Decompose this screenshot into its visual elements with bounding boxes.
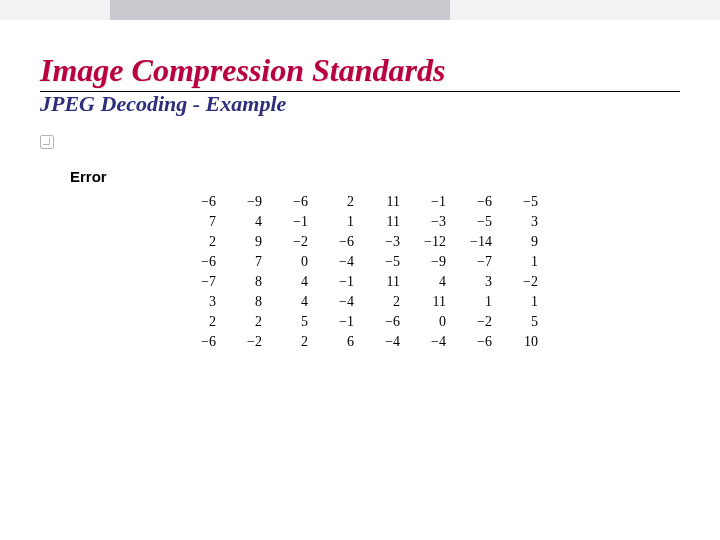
matrix-cell: 9 [498,232,544,252]
matrix-cell: −1 [268,212,314,232]
matrix-row: 29−2−6−3−12−149 [176,232,544,252]
matrix-cell: 10 [498,332,544,352]
matrix-cell: 3 [498,212,544,232]
matrix-cell: −9 [222,192,268,212]
matrix-cell: −5 [452,212,498,232]
matrix-cell: −12 [406,232,452,252]
matrix-cell: −4 [314,252,360,272]
matrix-cell: 2 [176,232,222,252]
matrix-cell: 4 [268,292,314,312]
matrix-cell: 4 [406,272,452,292]
matrix-cell: 9 [222,232,268,252]
matrix-cell: −6 [176,192,222,212]
matrix-cell: 8 [222,292,268,312]
matrix-cell: 4 [222,212,268,232]
matrix-cell: −7 [452,252,498,272]
matrix-cell: 1 [498,252,544,272]
matrix-cell: 11 [360,272,406,292]
matrix-cell: −7 [176,272,222,292]
matrix-cell: −1 [314,312,360,332]
matrix-cell: 6 [314,332,360,352]
matrix-row: −670−4−5−9−71 [176,252,544,272]
matrix-cell: −2 [268,232,314,252]
title-block: Image Compression Standards JPEG Decodin… [40,52,680,117]
matrix-row: 384−421111 [176,292,544,312]
matrix-cell: 8 [222,272,268,292]
matrix-cell: −3 [406,212,452,232]
matrix-cell: 0 [268,252,314,272]
matrix-cell: 11 [360,212,406,232]
matrix-cell: 3 [176,292,222,312]
matrix-cell: −2 [452,312,498,332]
matrix-cell: 2 [176,312,222,332]
bullet-icon [40,135,54,149]
matrix-cell: −4 [360,332,406,352]
matrix-cell: 2 [314,192,360,212]
matrix-cell: −6 [452,332,498,352]
matrix-cell: 0 [406,312,452,332]
matrix-row: 225−1−60−25 [176,312,544,332]
matrix-cell: 4 [268,272,314,292]
matrix-cell: 11 [406,292,452,312]
matrix-cell: −5 [498,192,544,212]
error-label: Error [70,168,107,185]
matrix-row: 74−1111−3−53 [176,212,544,232]
matrix-cell: 2 [222,312,268,332]
matrix-cell: 7 [176,212,222,232]
matrix-cell: 5 [268,312,314,332]
matrix-cell: −6 [176,252,222,272]
slide-subtitle: JPEG Decoding - Example [40,91,680,117]
matrix-cell: −6 [314,232,360,252]
matrix-cell: −6 [452,192,498,212]
matrix-cell: −6 [176,332,222,352]
matrix-cell: −3 [360,232,406,252]
matrix-cell: 2 [360,292,406,312]
matrix-cell: 1 [314,212,360,232]
matrix-cell: −9 [406,252,452,272]
slide-title: Image Compression Standards [40,52,680,92]
top-strip-dark [110,0,450,20]
matrix-cell: 3 [452,272,498,292]
matrix-cell: −2 [222,332,268,352]
matrix-cell: 7 [222,252,268,272]
matrix-cell: 1 [452,292,498,312]
matrix-row: −6−9−6211−1−6−5 [176,192,544,212]
matrix-cell: −4 [314,292,360,312]
matrix-cell: 11 [360,192,406,212]
matrix-cell: −1 [314,272,360,292]
matrix-row: −6−226−4−4−610 [176,332,544,352]
matrix-cell: −1 [406,192,452,212]
matrix-cell: −14 [452,232,498,252]
matrix-row: −784−11143−2 [176,272,544,292]
matrix-cell: −2 [498,272,544,292]
error-matrix: −6−9−6211−1−6−574−1111−3−5329−2−6−3−12−1… [176,192,544,352]
top-strip [0,0,720,20]
matrix-cell: 5 [498,312,544,332]
matrix-cell: −6 [268,192,314,212]
matrix-cell: −5 [360,252,406,272]
matrix-cell: −4 [406,332,452,352]
matrix-cell: −6 [360,312,406,332]
matrix-cell: 1 [498,292,544,312]
matrix-cell: 2 [268,332,314,352]
